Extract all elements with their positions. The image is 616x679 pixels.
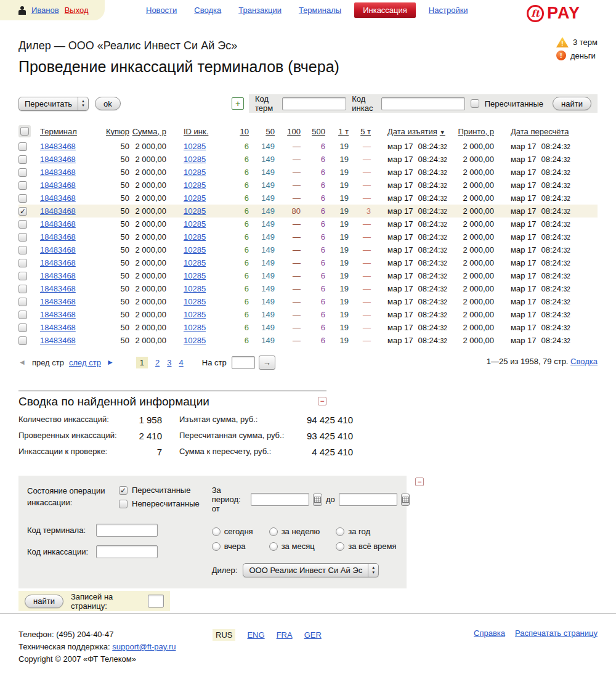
lang-ger-link[interactable]: GER [304, 630, 322, 640]
logout-link[interactable]: Выход [65, 6, 89, 15]
collection-id-link[interactable]: 10285 [184, 206, 206, 216]
header-date-seized[interactable]: Дата изъятия▼ [387, 127, 445, 136]
collection-id-link[interactable]: 10285 [184, 310, 206, 319]
prev-page-icon[interactable]: ◄ [18, 358, 26, 367]
terminal-link[interactable]: 18483468 [40, 193, 76, 203]
terminal-link[interactable]: 18483468 [40, 310, 76, 319]
calendar-to-icon[interactable] [401, 494, 410, 506]
radio-month[interactable] [269, 542, 278, 551]
calendar-from-icon[interactable] [313, 494, 322, 506]
user-link[interactable]: Иванов [31, 6, 59, 15]
recounted-checkbox[interactable] [471, 99, 479, 108]
terminal-link[interactable]: 18483468 [40, 142, 76, 151]
terminal-link[interactable]: 18483468 [40, 284, 76, 293]
nav-transactions[interactable]: Транзакции [234, 6, 286, 15]
radio-yesterday[interactable] [212, 542, 221, 551]
page-4-link[interactable]: 4 [179, 358, 184, 367]
row-checkbox[interactable] [18, 336, 27, 345]
header-1t[interactable]: 1 т [338, 127, 349, 136]
terminal-link[interactable]: 18483468 [40, 155, 76, 164]
collection-id-link[interactable]: 10285 [184, 258, 206, 267]
terminal-link[interactable]: 18483468 [40, 297, 76, 306]
nav-settings[interactable]: Настройки [424, 6, 472, 15]
collection-id-link[interactable]: 10285 [184, 181, 206, 190]
row-checkbox[interactable] [18, 194, 27, 203]
summary-collapse-button[interactable]: − [318, 397, 326, 405]
page-1-current[interactable]: 1 [136, 357, 148, 368]
help-link[interactable]: Справка [474, 628, 505, 665]
alert-terminals[interactable]: 3 терм [556, 37, 598, 47]
row-checkbox[interactable] [18, 168, 27, 177]
terminal-link[interactable]: 18483468 [40, 258, 76, 267]
select-all-checkbox[interactable] [20, 127, 29, 136]
terminal-code-input[interactable] [96, 524, 158, 537]
print-page-link[interactable]: Распечатать страницу [515, 628, 598, 665]
filter-not-recounted-checkbox[interactable] [119, 500, 128, 508]
row-checkbox[interactable] [18, 181, 27, 190]
terminal-link[interactable]: 18483468 [40, 206, 76, 216]
terminal-link[interactable]: 18483468 [40, 168, 76, 177]
row-checkbox[interactable] [18, 233, 27, 242]
bulk-action-select[interactable]: Пересчитать ▲▼ [18, 97, 89, 111]
header-500[interactable]: 500 [312, 127, 325, 136]
footer-support-link[interactable]: support@ft-pay.ru [112, 642, 176, 651]
ok-button[interactable]: ok [95, 97, 121, 110]
lang-fra-link[interactable]: FRA [277, 630, 293, 640]
nav-news[interactable]: Новости [142, 6, 181, 15]
header-printed[interactable]: Принто, р [458, 127, 494, 136]
radio-year[interactable] [336, 527, 344, 536]
lang-eng-link[interactable]: ENG [247, 630, 264, 640]
page-3-link[interactable]: 3 [167, 358, 171, 367]
next-page-icon[interactable]: ► [107, 358, 114, 367]
header-id[interactable]: ID инк. [184, 127, 208, 136]
collect-code-input[interactable] [381, 97, 465, 110]
header-sum[interactable]: Сумма, р [132, 127, 166, 136]
terminal-link[interactable]: 18483468 [40, 245, 76, 254]
nav-terminals[interactable]: Терминалы [294, 6, 346, 15]
collection-id-link[interactable]: 10285 [184, 193, 206, 203]
row-checkbox[interactable] [18, 220, 27, 229]
filter-recounted-checkbox[interactable]: ✓ [119, 486, 128, 495]
collection-id-link[interactable]: 10285 [184, 142, 206, 151]
row-checkbox[interactable] [18, 272, 27, 280]
per-page-input[interactable] [148, 595, 164, 608]
goto-page-button[interactable]: → [259, 356, 275, 370]
collection-id-link[interactable]: 10285 [184, 323, 206, 332]
terminal-link[interactable]: 18483468 [40, 181, 76, 190]
alert-money[interactable]: ! деньги [556, 51, 598, 60]
goto-page-input[interactable] [232, 356, 255, 369]
radio-today[interactable] [212, 527, 221, 536]
row-checkbox[interactable]: ✓ [18, 207, 27, 216]
header-date-recount[interactable]: Дата пересчёта [511, 127, 569, 136]
collection-id-link[interactable]: 10285 [184, 219, 206, 229]
nav-collections-active[interactable]: Инкассация [354, 2, 416, 18]
page-2-link[interactable]: 2 [155, 358, 160, 367]
header-10[interactable]: 10 [240, 127, 249, 136]
period-from-input[interactable] [251, 493, 309, 506]
collection-id-link[interactable]: 10285 [184, 271, 206, 280]
collection-id-link[interactable]: 10285 [184, 168, 206, 177]
term-code-input[interactable] [282, 97, 346, 110]
header-5t[interactable]: 5 т [360, 127, 371, 136]
dealer-select[interactable]: ООО Реалис Инвест Си Ай Эс ▲▼ [243, 563, 379, 577]
radio-week[interactable] [269, 527, 278, 536]
add-button[interactable]: + [232, 97, 244, 110]
nav-summary[interactable]: Сводка [190, 6, 225, 15]
filter-collapse-button[interactable]: − [415, 478, 424, 486]
collection-id-link[interactable]: 10285 [184, 245, 206, 254]
quick-find-button[interactable]: найти [553, 97, 591, 110]
range-summary-link[interactable]: Сводка [570, 357, 598, 366]
header-bills[interactable]: Купюр [106, 127, 129, 136]
header-terminal[interactable]: Терминал [40, 127, 77, 136]
row-checkbox[interactable] [18, 155, 27, 164]
terminal-link[interactable]: 18483468 [40, 232, 76, 242]
collection-id-link[interactable]: 10285 [184, 336, 206, 345]
row-checkbox[interactable] [18, 259, 27, 267]
row-checkbox[interactable] [18, 323, 27, 332]
row-checkbox[interactable] [18, 311, 27, 319]
header-50[interactable]: 50 [266, 127, 275, 136]
row-checkbox[interactable] [18, 285, 27, 293]
terminal-link[interactable]: 18483468 [40, 323, 76, 332]
row-checkbox[interactable] [18, 246, 27, 254]
radio-alltime[interactable] [336, 542, 344, 551]
